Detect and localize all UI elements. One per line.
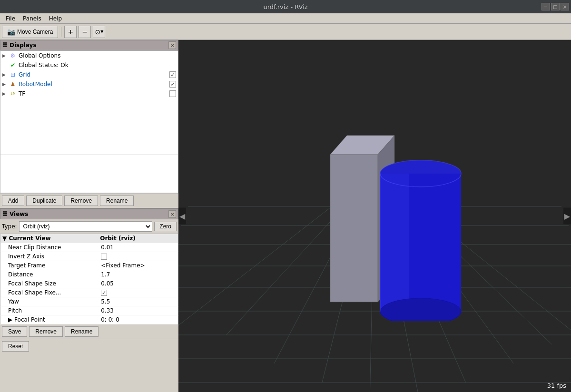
- left-panel: ⠿ Displays × ▶ ⚙ Global Options ✔ Global…: [0, 40, 178, 392]
- properties-area: [0, 155, 178, 193]
- displays-panel-close[interactable]: ×: [168, 41, 176, 49]
- views-properties-table: ▼ Current View Orbit (rviz) Near Clip Di…: [0, 234, 178, 324]
- camera-option-icon: ⊙: [95, 28, 100, 36]
- views-panel-close[interactable]: ×: [168, 210, 176, 218]
- title-bar: urdf.rviz - RViz − □ ×: [0, 0, 571, 13]
- panels-icon: ⠿: [2, 41, 8, 49]
- robot-model-icon: ♟: [9, 80, 17, 88]
- close-button[interactable]: ×: [561, 3, 569, 10]
- expand-grid-icon: ▶: [2, 72, 8, 77]
- distance-value[interactable]: 1.7: [98, 270, 178, 279]
- remove-button[interactable]: Remove: [64, 196, 98, 206]
- global-options-icon: ⚙: [9, 52, 17, 59]
- near-clip-label: Near Clip Distance: [0, 243, 98, 252]
- yaw-value[interactable]: 5.5: [98, 297, 178, 306]
- views-save-button[interactable]: Save: [2, 326, 27, 337]
- menu-file[interactable]: File: [2, 14, 19, 23]
- current-view-header-label: ▼ Current View: [0, 234, 98, 243]
- minimize-button[interactable]: −: [541, 3, 550, 10]
- camera-option-button[interactable]: ⊙ ▼: [93, 26, 105, 38]
- pitch-value[interactable]: 0.33: [98, 306, 178, 315]
- target-frame-label: Target Frame: [0, 261, 98, 270]
- yaw-label: Yaw: [0, 297, 98, 306]
- displays-button-bar: Add Duplicate Remove Rename: [0, 193, 178, 208]
- viewport-left-arrow[interactable]: ◀: [178, 208, 186, 225]
- current-view-header-row[interactable]: ▼ Current View Orbit (rviz): [0, 234, 178, 243]
- invert-z-row: Invert Z Axis: [0, 252, 178, 261]
- global-status-label: Global Status: Ok: [19, 62, 176, 69]
- window-controls: − □ ×: [541, 3, 569, 10]
- viewport-right-arrow[interactable]: ▶: [563, 208, 571, 225]
- robot-model-label: RobotModel: [19, 81, 167, 88]
- displays-panel-header: ⠿ Displays ×: [0, 40, 178, 50]
- focal-shape-size-value[interactable]: 0.05: [98, 279, 178, 288]
- tree-item-global-options[interactable]: ▶ ⚙ Global Options: [0, 51, 178, 60]
- menu-help[interactable]: Help: [45, 14, 66, 23]
- focal-point-label: ▶ Focal Point: [0, 315, 98, 324]
- remove-display-button[interactable]: −: [79, 26, 91, 38]
- views-rename-button[interactable]: Rename: [65, 326, 98, 337]
- tf-checkbox[interactable]: [169, 90, 176, 97]
- add-display-button[interactable]: +: [64, 26, 77, 38]
- views-type-row: Type: Orbit (rviz) Zero: [0, 219, 178, 234]
- views-button-bar: Save Remove Rename: [0, 324, 178, 339]
- current-view-expand-icon: ▼: [2, 235, 7, 242]
- grid-checkbox[interactable]: [169, 71, 176, 78]
- pitch-row: Pitch 0.33: [0, 306, 178, 315]
- views-remove-button[interactable]: Remove: [29, 326, 63, 337]
- camera-icon: 📷: [7, 28, 15, 36]
- focal-point-row: ▶ Focal Point 0; 0; 0: [0, 315, 178, 324]
- focal-point-value[interactable]: 0; 0; 0: [98, 315, 178, 324]
- focal-shape-fixed-value[interactable]: ✓: [98, 288, 178, 297]
- yaw-row: Yaw 5.5: [0, 297, 178, 306]
- tf-label: TF: [19, 90, 167, 97]
- reset-bar: Reset: [0, 339, 178, 353]
- fps-display: 31 fps: [547, 382, 566, 389]
- tf-icon: ↺: [9, 90, 17, 98]
- global-status-icon: ✔: [9, 61, 17, 69]
- move-camera-button[interactable]: 📷 Move Camera: [2, 26, 58, 38]
- restore-button[interactable]: □: [551, 3, 560, 10]
- svg-marker-20: [330, 155, 378, 302]
- expand-global-options-icon: ▶: [2, 53, 8, 58]
- tree-item-robot-model[interactable]: ▶ ♟ RobotModel: [0, 79, 178, 89]
- type-label: Type:: [2, 223, 17, 230]
- near-clip-value[interactable]: 0.01: [98, 243, 178, 252]
- menu-panels[interactable]: Panels: [19, 14, 45, 23]
- views-panels-icon: ⠿: [2, 210, 8, 218]
- expand-robot-model-icon: ▶: [2, 82, 8, 87]
- displays-panel-title: ⠿ Displays: [2, 41, 37, 49]
- grid-label: Grid: [19, 71, 167, 78]
- rename-button[interactable]: Rename: [100, 196, 134, 206]
- viewport[interactable]: ◀ ▶ 31 fps: [178, 40, 571, 392]
- views-panel: ⠿ Views × Type: Orbit (rviz) Zero ▼ C: [0, 208, 178, 353]
- type-select[interactable]: Orbit (rviz): [19, 221, 153, 232]
- toolbar: 📷 Move Camera + − ⊙ ▼: [0, 24, 571, 40]
- menu-bar: File Panels Help: [0, 13, 571, 24]
- focal-shape-fixed-checkbox[interactable]: ✓: [101, 290, 107, 296]
- grid-icon: ⊞: [9, 71, 17, 78]
- displays-panel: ⠿ Displays × ▶ ⚙ Global Options ✔ Global…: [0, 40, 178, 208]
- expand-tf-icon: ▶: [2, 91, 8, 96]
- tree-item-tf[interactable]: ▶ ↺ TF: [0, 89, 178, 98]
- target-frame-row: Target Frame <Fixed Frame>: [0, 261, 178, 270]
- focal-point-expand-icon: ▶: [8, 316, 12, 323]
- tree-item-grid[interactable]: ▶ ⊞ Grid: [0, 70, 178, 79]
- zero-button[interactable]: Zero: [154, 222, 177, 231]
- duplicate-button[interactable]: Duplicate: [26, 196, 62, 206]
- distance-label: Distance: [0, 270, 98, 279]
- views-panel-header: ⠿ Views ×: [0, 209, 178, 219]
- target-frame-value[interactable]: <Fixed Frame>: [98, 261, 178, 270]
- invert-z-checkbox[interactable]: [101, 254, 107, 260]
- distance-row: Distance 1.7: [0, 270, 178, 279]
- reset-button[interactable]: Reset: [2, 341, 29, 352]
- global-options-label: Global Options: [19, 52, 176, 59]
- pitch-label: Pitch: [0, 306, 98, 315]
- robot-model: [302, 102, 463, 321]
- robot-model-checkbox[interactable]: [169, 81, 176, 88]
- add-button[interactable]: Add: [2, 196, 24, 206]
- dropdown-arrow-icon: ▼: [100, 29, 103, 34]
- invert-z-value[interactable]: [98, 252, 178, 261]
- tree-item-global-status[interactable]: ✔ Global Status: Ok: [0, 60, 178, 70]
- invert-z-label: Invert Z Axis: [0, 252, 98, 261]
